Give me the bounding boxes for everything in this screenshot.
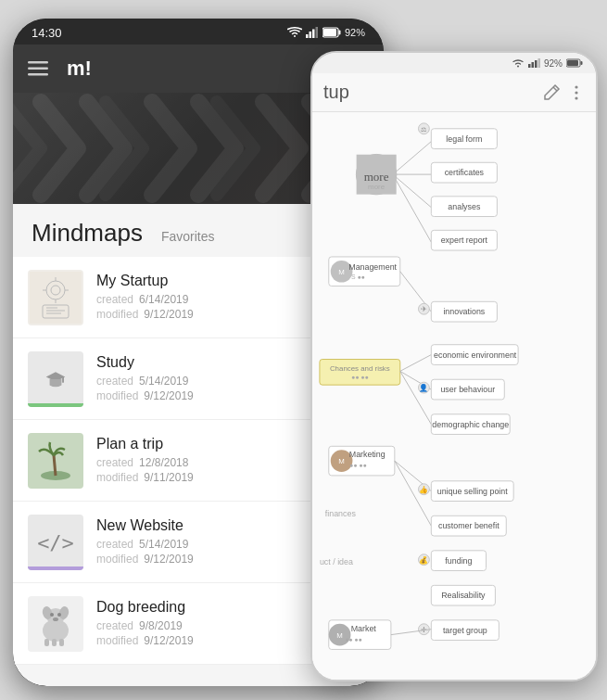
item-title: My Startup — [96, 273, 319, 289]
svg-rect-29 — [62, 376, 64, 382]
svg-rect-48 — [535, 60, 537, 68]
item-info: Dog breeding created 9/8/2019 modified 9… — [96, 599, 319, 649]
signal-icon-right — [528, 58, 540, 68]
svg-point-54 — [575, 85, 577, 88]
svg-text:Realisability: Realisability — [441, 591, 486, 600]
mindmap-area: more legal form ⚖ certificates analyses — [312, 112, 596, 680]
svg-text:finances: finances — [325, 509, 357, 518]
svg-point-42 — [53, 617, 58, 621]
modified-date: 9/11/2019 — [144, 471, 193, 484]
wifi-icon — [287, 27, 302, 38]
svg-text:more: more — [368, 183, 386, 191]
item-created: created 9/8/2019 — [96, 619, 319, 632]
svg-rect-45 — [59, 639, 64, 646]
status-bar-right: 92% — [312, 53, 596, 73]
svg-rect-3 — [315, 27, 318, 38]
item-title: Dog breeding — [96, 599, 319, 616]
item-modified: modified 9/12/2019 — [96, 553, 319, 566]
svg-text:●● ●●: ●● ●● — [349, 462, 367, 468]
svg-text:Chances and risks: Chances and risks — [330, 364, 390, 373]
svg-text:</>: </> — [37, 531, 74, 554]
created-date: 12/8/2018 — [139, 456, 188, 469]
item-thumbnail: </> — [28, 515, 83, 570]
item-info: Study created 5/14/2019 modified 9/12/20… — [96, 354, 319, 404]
color-bar-purple — [28, 566, 83, 570]
svg-rect-6 — [323, 29, 336, 36]
created-date: 5/14/2019 — [139, 538, 188, 551]
created-date: 6/14/2019 — [139, 293, 188, 306]
battery-icon — [322, 27, 341, 38]
modified-label: modified — [96, 308, 138, 321]
svg-rect-5 — [338, 31, 340, 35]
svg-text:funding: funding — [445, 556, 472, 566]
status-bar-left: 14:30 — [13, 19, 384, 45]
color-bar-green — [28, 403, 83, 407]
item-title: Study — [96, 354, 319, 371]
item-created: created 12/8/2018 — [96, 456, 319, 469]
svg-line-32 — [54, 455, 56, 476]
svg-text:👤: 👤 — [419, 383, 428, 392]
item-modified: modified 9/12/2019 — [96, 308, 319, 321]
item-created: created 5/14/2019 — [96, 375, 319, 388]
created-label: created — [96, 619, 133, 632]
battery-text-right: 92% — [544, 58, 563, 69]
more-vertical-icon-right[interactable] — [568, 84, 585, 101]
created-label: created — [96, 538, 133, 551]
svg-text:Marketing: Marketing — [349, 450, 386, 459]
created-label: created — [96, 293, 133, 306]
svg-rect-52 — [567, 60, 578, 66]
hamburger-icon[interactable] — [28, 61, 48, 76]
svg-rect-43 — [44, 639, 49, 646]
favorites-tab[interactable]: Favorites — [161, 229, 215, 244]
svg-text:target group: target group — [443, 626, 487, 635]
svg-text:●● ●●: ●● ●● — [351, 374, 369, 380]
svg-text:uct / idea: uct / idea — [320, 557, 353, 566]
modified-label: modified — [96, 553, 138, 566]
item-info: New Website created 5/14/2019 modified 9… — [96, 517, 319, 567]
svg-text:unique selling point: unique selling point — [437, 487, 509, 496]
modified-date: 9/12/2019 — [144, 634, 193, 647]
svg-rect-0 — [306, 34, 309, 38]
item-title: New Website — [96, 517, 319, 534]
svg-point-40 — [50, 613, 54, 617]
created-date: 5/14/2019 — [139, 375, 188, 388]
item-created: created 6/14/2019 — [96, 293, 319, 306]
svg-rect-47 — [531, 62, 534, 68]
svg-text:💰: 💰 — [419, 555, 428, 565]
svg-text:👍: 👍 — [419, 485, 428, 494]
svg-rect-46 — [528, 64, 531, 68]
edit-icon[interactable] — [542, 83, 561, 102]
item-created: created 5/14/2019 — [96, 538, 319, 551]
svg-text:S ●●: S ●● — [351, 274, 365, 280]
app-logo: m! — [67, 57, 92, 81]
item-thumbnail — [28, 351, 83, 407]
modified-label: modified — [96, 471, 138, 484]
toolbar-right: tup — [312, 73, 596, 112]
item-thumbnail — [28, 433, 83, 489]
modified-date: 9/12/2019 — [144, 553, 193, 566]
svg-text:user behaviour: user behaviour — [440, 385, 495, 394]
svg-rect-49 — [537, 58, 540, 68]
wifi-icon-right — [512, 58, 525, 68]
section-title: Mindmaps — [32, 219, 143, 248]
scene: 14:30 — [0, 0, 607, 700]
svg-text:Management: Management — [348, 262, 397, 272]
svg-text:M: M — [338, 457, 345, 465]
item-title: Plan a trip — [96, 436, 319, 452]
svg-text:⚖: ⚖ — [421, 126, 426, 133]
svg-line-53 — [553, 87, 557, 91]
item-thumbnail — [28, 270, 83, 325]
svg-text:Market: Market — [351, 624, 377, 633]
mindmap-svg: more legal form ⚖ certificates analyses — [312, 112, 596, 680]
svg-text:expert report: expert report — [441, 235, 488, 245]
svg-point-56 — [575, 96, 577, 99]
svg-text:M: M — [338, 268, 345, 276]
modified-date: 9/12/2019 — [144, 308, 193, 321]
svg-rect-44 — [52, 639, 57, 646]
phone-right: 92% tup — [310, 51, 598, 681]
modified-label: modified — [96, 634, 138, 647]
modified-label: modified — [96, 389, 138, 402]
svg-rect-7 — [28, 61, 48, 64]
item-modified: modified 9/11/2019 — [96, 471, 319, 484]
svg-text:customer benefit: customer benefit — [438, 521, 500, 530]
